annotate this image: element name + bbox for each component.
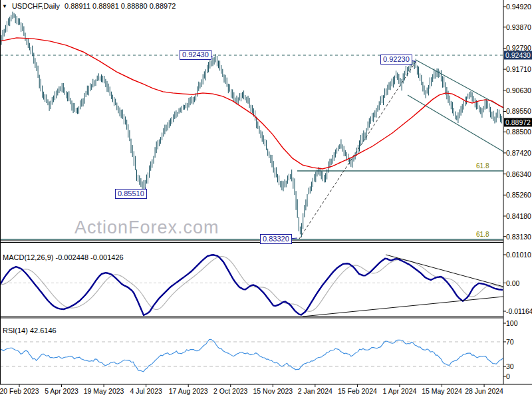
- fib-61.8-lower-label: 61.8: [476, 231, 489, 238]
- date-axis-label: 20 Feb 2023: [0, 387, 39, 395]
- symbol-period-label: USDCHF,Daily: [12, 2, 60, 10]
- price-axis-label: 0.85260: [506, 191, 531, 199]
- rsi-indicator-label: RSI(14) 42.6146: [3, 327, 57, 334]
- price-callout-0.85510[interactable]: 0.85510: [115, 189, 147, 199]
- axis-highlight-level-box: 0.92430: [504, 51, 532, 60]
- price-callout-0.92230[interactable]: 0.92230: [380, 55, 412, 65]
- date-axis-label: 15 Nov 2023: [253, 387, 293, 395]
- date-axis-label: 4 Jul 2023: [130, 387, 162, 395]
- date-axis-label: 19 May 2023: [84, 387, 124, 395]
- fib-61.8-upper-label: 61.8: [476, 162, 489, 170]
- date-axis-label: 28 Jun 2024: [465, 387, 503, 395]
- price-axis-label: 0.91710: [506, 65, 531, 73]
- price-axis-label: 0.89550: [506, 107, 531, 115]
- price-axis-label: 0.94920: [506, 3, 531, 11]
- date-axis-label: 17 Aug 2023: [169, 387, 208, 395]
- price-axis-label: 0.87420: [506, 149, 531, 157]
- macd-axis-label: 0.010101: [506, 251, 532, 259]
- rsi-axis-label: 70: [506, 338, 514, 346]
- axis-current-price-box: 0.88972: [504, 118, 532, 127]
- date-axis-label: 1 Apr 2024: [383, 387, 417, 395]
- price-axis-label: 0.86340: [506, 170, 531, 178]
- date-axis-label: 2 Oct 2023: [213, 387, 247, 395]
- rsi-axis-label: 100: [506, 319, 518, 327]
- symbol-dropdown-icon[interactable]: ▼: [2, 3, 7, 9]
- price-callout-0.92430[interactable]: 0.92430: [180, 50, 211, 60]
- trading-chart-window: ActionForex.com ▼ USDCHF,Daily 0.88911 0…: [0, 0, 532, 399]
- macd-axis-label: 0.00: [506, 279, 519, 287]
- price-callout-0.83320[interactable]: 0.83320: [260, 234, 292, 244]
- date-axis-label: 5 Apr 2023: [45, 387, 78, 395]
- price-axis-label: 0.93870: [506, 23, 531, 31]
- price-axis-label: 0.90630: [506, 86, 531, 94]
- chart-title-bar: ▼ USDCHF,Daily 0.88911 0.88981 0.88880 0…: [2, 2, 176, 10]
- date-axis-label: 15 Feb 2024: [338, 387, 377, 395]
- date-axis-label: 2 Jan 2024: [298, 387, 332, 395]
- price-axis-label: 0.88500: [506, 128, 531, 136]
- price-axis-label: 0.83130: [506, 233, 531, 241]
- ohlc-readout: 0.88911 0.88981 0.88880 0.88972: [65, 2, 176, 10]
- price-axis-label: 0.84180: [506, 212, 531, 220]
- macd-axis-label: -0.011645: [506, 307, 532, 315]
- rsi-axis-label: 30: [506, 362, 514, 370]
- rsi-axis-label: 0: [506, 372, 510, 380]
- date-axis-label: 15 May 2024: [422, 387, 462, 395]
- macd-indicator-label: MACD(12,26,9) -0.002448 -0.001426: [3, 253, 124, 261]
- chart-canvas[interactable]: [0, 0, 532, 399]
